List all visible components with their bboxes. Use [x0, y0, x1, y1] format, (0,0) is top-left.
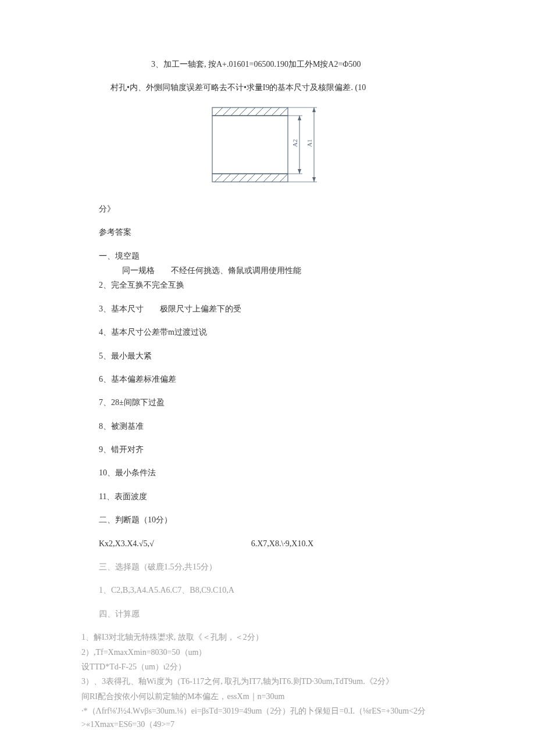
calc-line-1: 1、解I3对北轴无特殊嬱求, 故取《＜孔制，＜2分） [81, 631, 436, 644]
svg-line-17 [255, 174, 263, 182]
svg-line-16 [247, 174, 255, 182]
judge-answers: Kx2,X3.X4.√5,√ 6.X7,X8.\·9,X10.X [99, 538, 436, 550]
label-a1: A1 [306, 139, 313, 146]
answer-5: 5、最小最大紧 [99, 350, 436, 363]
line-2: 村孔•内、外恻同轴度误差可略去不计•求量I9的基本尺寸及核限偏差. (10 [110, 81, 436, 94]
answer-4: 4、基本尺寸公差带m过渡过说 [99, 326, 436, 339]
document-page: 3、加工一轴套, 按A+.01601=06500.190加工外M按A2=Φ500… [0, 0, 535, 756]
section-judge-heading: 二、判断题（10分） [99, 514, 436, 526]
answer-11: 11、表面波度 [99, 490, 436, 503]
answer-8: 8、被测基准 [99, 420, 436, 433]
calc-line-3: 设TTD*Td-F-25（um）ι2分） [81, 661, 436, 673]
calc-line-2: 2）,Tf=XmaxXmin=8030=50（um） [81, 646, 436, 659]
answer-10: 10、最小条件法 [99, 467, 436, 479]
svg-line-15 [239, 174, 247, 182]
svg-line-2 [223, 108, 231, 116]
svg-line-12 [215, 174, 223, 182]
svg-line-5 [247, 108, 255, 116]
svg-line-8 [272, 108, 280, 116]
answer-1: 同一规格 不经任何挑选、脩鼠或调用使用性能 [122, 264, 436, 277]
diagram-container: A2 A1 [99, 105, 436, 195]
svg-marker-28 [312, 177, 316, 182]
svg-line-7 [263, 108, 272, 116]
answer-6: 6、基本偏差标准偏差 [99, 373, 436, 386]
bushing-diagram: A2 A1 [206, 105, 329, 195]
judge-part-b: 6.X7,X8.\·9,X10.X [251, 539, 313, 548]
svg-marker-27 [312, 108, 316, 112]
svg-line-9 [280, 108, 288, 116]
answer-3: 3、基本尺寸 极限尺寸上偏差下的受 [99, 303, 436, 316]
svg-line-14 [231, 174, 239, 182]
label-a2: A2 [291, 139, 298, 146]
svg-line-6 [255, 108, 263, 116]
svg-line-13 [223, 174, 231, 182]
choice-answers: 1、C2,B,3,A4.A5.A6.C7、B8,C9.C10,A [99, 584, 436, 597]
line-3: 分》 [99, 203, 436, 216]
svg-marker-23 [298, 169, 301, 174]
svg-line-4 [239, 108, 247, 116]
section-answers-heading: 参考答案 [99, 226, 436, 239]
answer-9: 9、错开对齐 [99, 443, 436, 456]
calc-line-4: 3）、3表得孔、釉Wi度为（T6-117之何, 取孔为IT7,轴为IT6.则TD… [81, 675, 436, 688]
answer-7: 7、28±间隙下过盈 [99, 396, 436, 409]
section-choice-heading: 三、选择题（破鹿1.5分,共15分） [99, 561, 436, 574]
svg-line-1 [215, 108, 223, 116]
calc-line-6: ·*（Λfrf⅛'J½4.Wvβs=30um.⅛）ei=βsTd=3019=49… [81, 705, 436, 731]
judge-part-a: Kx2,X3.X4.√5,√ [99, 539, 154, 548]
svg-line-20 [280, 174, 288, 182]
section-fill-heading: 一、境空题 [99, 250, 436, 263]
calc-line-5: 间RI配合按依小何以前定轴的M本偏左，essXm｜n=30um [81, 690, 436, 703]
section-calc-heading: 四、计算愿 [99, 608, 436, 621]
svg-marker-22 [298, 116, 301, 120]
svg-line-19 [272, 174, 280, 182]
svg-rect-10 [212, 116, 288, 174]
answer-2: 2、完全互换不完全互换 [99, 279, 436, 292]
line-1: 3、加工一轴套, 按A+.01601=06500.190加工外M按A2=Φ500 [151, 58, 436, 71]
svg-line-3 [231, 108, 239, 116]
svg-line-18 [263, 174, 272, 182]
